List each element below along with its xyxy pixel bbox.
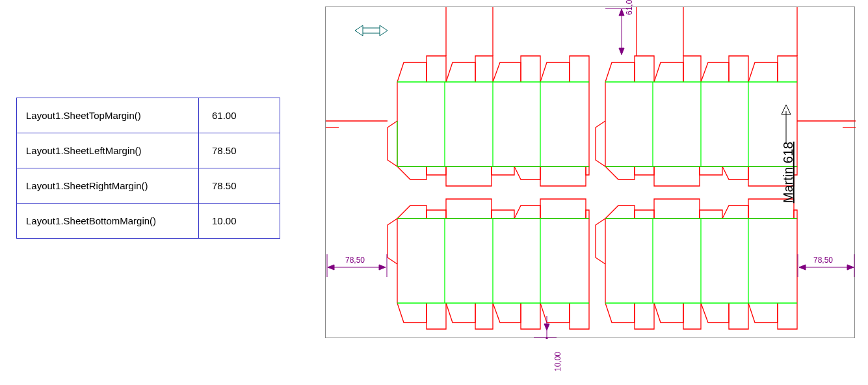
svg-marker-45: [847, 265, 854, 270]
margin-label: Layout1.SheetTopMargin(): [17, 98, 199, 133]
table-row: Layout1.SheetTopMargin() 61.00: [17, 98, 280, 133]
margin-label: Layout1.SheetRightMargin(): [17, 168, 199, 204]
dimension-top: 61,00: [625, 0, 634, 15]
margin-value: 78.50: [199, 133, 280, 168]
margin-value: 61.00: [199, 98, 280, 133]
svg-marker-49: [544, 324, 549, 330]
table-row: Layout1.SheetBottomMargin() 10.00: [17, 204, 280, 239]
svg-marker-35: [619, 9, 624, 16]
machine-name-label: Martin 618: [780, 142, 795, 204]
dieline-layout: [326, 7, 856, 339]
svg-marker-39: [328, 265, 334, 270]
sheet-layout-drawing: 61,00 78,50 78,50 10,00 Martin 618: [325, 7, 855, 338]
dimension-right: 78,50: [813, 256, 833, 265]
svg-marker-44: [799, 265, 806, 270]
table-row: Layout1.SheetLeftMargin() 78.50: [17, 133, 280, 168]
dimension-left: 78,50: [345, 256, 365, 265]
svg-marker-40: [379, 265, 386, 270]
margin-label: Layout1.SheetBottomMargin(): [17, 204, 199, 239]
margin-value: 78.50: [199, 168, 280, 204]
margin-table: Layout1.SheetTopMargin() 61.00 Layout1.S…: [16, 98, 280, 239]
svg-marker-36: [619, 48, 624, 55]
dimension-bottom: 10,00: [553, 352, 562, 371]
table-row: Layout1.SheetRightMargin() 78.50: [17, 168, 280, 204]
margin-value: 10.00: [199, 204, 280, 239]
feed-direction-arrow-icon: [780, 105, 793, 144]
margin-label: Layout1.SheetLeftMargin(): [17, 133, 199, 168]
